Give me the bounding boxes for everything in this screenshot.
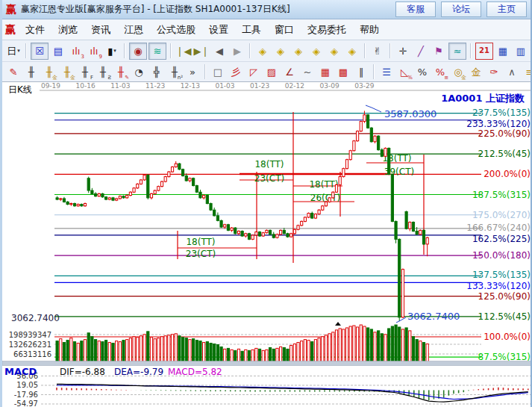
menu-item[interactable]: 文件 xyxy=(19,21,51,39)
menu-item[interactable]: 工具 xyxy=(235,21,268,39)
report-tool-icon[interactable]: ▥ xyxy=(513,43,529,59)
candle-brush-icon[interactable]: ✑ xyxy=(486,64,502,80)
window-title: 赢家江恩专业版[赢家服务平台] - [上证指数 SH1A0001-137日K线] xyxy=(21,3,290,16)
svg-text:02-12: 02-12 xyxy=(285,82,304,90)
period-label: 日K线 xyxy=(8,84,32,96)
gold-horizontals-icon[interactable]: ≡ xyxy=(522,64,532,80)
svg-text:-54.97: -54.97 xyxy=(14,400,38,407)
gann-diamond-expand-icon[interactable]: ◈ xyxy=(308,43,325,59)
kline-chart-canvas[interactable]: 09-1910-1611-0311-2312-1301-0301-2302-12… xyxy=(2,82,532,407)
gann-clock-icon[interactable]: ◔ xyxy=(131,64,147,80)
window-frame-tool-icon[interactable]: □ xyxy=(210,64,226,80)
gann-grid-brush-icon[interactable]: ╫✎ xyxy=(113,64,129,80)
svg-text:87.5%(315): 87.5%(315) xyxy=(478,352,531,362)
channel-tool-icon[interactable]: ∧ xyxy=(504,64,520,80)
svg-text:12-13: 12-13 xyxy=(181,82,200,90)
page-prev-icon[interactable]: ◀ xyxy=(211,43,228,59)
more-tools-icon[interactable]: » xyxy=(184,64,201,80)
gann-grid-coil-icon[interactable]: ╫Ƨ xyxy=(95,64,111,80)
gann-fan-box-icon[interactable]: ◸ xyxy=(245,64,262,80)
menu-item[interactable]: 窗口 xyxy=(268,21,301,39)
red-grid-axis-icon[interactable]: ▩ xyxy=(335,64,351,80)
gann-diamond-left-icon[interactable]: ◈ xyxy=(326,43,342,59)
menu-item[interactable]: 帮助 xyxy=(353,21,386,39)
gann-diamond-hmove-icon[interactable]: ◈ xyxy=(254,43,271,59)
bars-3-icon[interactable]: ılı3 xyxy=(68,43,84,59)
goto-last-icon[interactable]: ▶❘ xyxy=(193,43,210,59)
ruler-tool-icon[interactable]: ☰ xyxy=(378,64,395,80)
svg-text:-17.96: -17.96 xyxy=(14,391,38,399)
svg-text:3587.0300: 3587.0300 xyxy=(384,108,436,119)
svg-text:112.5%(45): 112.5%(45) xyxy=(478,311,531,322)
menu-item[interactable]: 浏览 xyxy=(51,21,84,39)
toolbar-separator xyxy=(389,43,391,58)
zigzag-tool-icon[interactable]: ~ xyxy=(299,64,316,80)
menu-logo-icon: 赢 xyxy=(5,23,16,37)
draw-brush-icon[interactable]: ✎ xyxy=(5,64,22,80)
toolbar-separator xyxy=(170,43,172,58)
hand-tool-icon[interactable]: ✌ xyxy=(369,43,386,59)
svg-text:237.5%(135): 237.5%(135) xyxy=(472,108,531,118)
gann-grid-dense-icon[interactable]: ╬ xyxy=(148,64,165,80)
parallel-lines-icon[interactable]: ∥ xyxy=(353,64,369,80)
bars-9-icon[interactable]: ılı9 xyxy=(86,43,102,59)
gann-wheel-icon[interactable]: ◉ xyxy=(129,43,147,60)
gold-lines-icon[interactable]: 金 xyxy=(468,64,484,80)
info-note-icon[interactable]: ▤ xyxy=(50,43,66,59)
gann-fan-icon[interactable]: 彡 xyxy=(228,64,244,80)
trendline-tool-icon[interactable]: ╱ xyxy=(413,43,429,59)
gann-grid-gold-b-icon[interactable]: ╫金 xyxy=(59,64,75,80)
titlebar-button-2[interactable]: 论坛 xyxy=(441,1,481,17)
svg-text:132626231: 132626231 xyxy=(9,341,51,349)
colored-kline-icon[interactable]: ≋ xyxy=(148,43,166,60)
menu-item[interactable]: 交易委托 xyxy=(301,21,353,39)
menu-item[interactable]: 资讯 xyxy=(84,21,117,39)
gann-grid-gold-a-icon[interactable]: ╫金 xyxy=(41,64,57,80)
macd-indicator-name[interactable]: MACD xyxy=(4,366,37,377)
percent-tool-icon[interactable]: % xyxy=(414,64,431,80)
svg-text:162.5%(225): 162.5%(225) xyxy=(472,234,531,244)
svg-text:166.67%(240): 166.67%(240) xyxy=(466,223,531,233)
gann-grid-n2-icon[interactable]: ╫n² xyxy=(166,64,183,80)
toolbar-separator xyxy=(25,43,27,58)
gann-diamond-vmove-icon[interactable]: ◈ xyxy=(272,43,289,59)
svg-text:187.5%(315): 187.5%(315) xyxy=(472,190,531,200)
gold-circle-icon[interactable]: ◎金 xyxy=(450,64,466,80)
svg-text:3062.7400: 3062.7400 xyxy=(407,311,460,322)
menu-item[interactable]: 公式选股 xyxy=(150,21,202,39)
red-grid-icon[interactable]: ▦ xyxy=(317,64,334,80)
gann-diamond-right-icon[interactable]: ◈ xyxy=(344,43,360,59)
gann-grid-icon[interactable]: ╫ xyxy=(23,64,40,80)
goto-first-icon[interactable]: ❘◀ xyxy=(175,43,192,59)
page-next-icon[interactable]: ▶ xyxy=(229,43,245,59)
svg-text:10-16: 10-16 xyxy=(76,82,96,90)
crosshair-tool-icon[interactable]: ✛ xyxy=(395,43,411,59)
menu-item[interactable]: 江恩 xyxy=(117,21,150,39)
toolbar-primary: 日▾☒▤ılı3ılı9▮▾◉≋❘◀▶❘◀▶◈◈◈◈◈◈✌✛╱⚑≈21▦▥▣◧# xyxy=(2,40,531,62)
calculator-tool-icon[interactable]: ▦ xyxy=(495,43,511,59)
menubar: 赢 文件浏览资讯江恩公式选股设置工具窗口交易委托帮助 xyxy=(2,19,531,40)
candle-style-icon[interactable]: ▮▾ xyxy=(104,43,120,59)
overlay-chart-icon[interactable]: ☒ xyxy=(31,43,48,60)
percent-lines-icon[interactable]: %≡ xyxy=(432,64,448,80)
calendar-tool-icon[interactable]: 21 xyxy=(475,43,493,60)
wave-band-tool-icon[interactable]: ≈ xyxy=(448,43,466,60)
angle-tool-icon[interactable]: ∠ xyxy=(281,64,298,80)
titlebar-button-1[interactable]: 客服 xyxy=(395,1,436,17)
svg-text:125.0%(90): 125.0%(90) xyxy=(478,291,531,302)
menu-item[interactable]: 设置 xyxy=(202,21,235,39)
hatch-box-icon[interactable]: ▨ xyxy=(263,64,280,80)
gann-diamond-zoom-icon[interactable]: ◈ xyxy=(290,43,307,59)
svg-text:18(TT): 18(TT) xyxy=(309,179,338,190)
gann-grid-f-icon[interactable]: ╫F xyxy=(77,64,93,80)
flag-tool-icon[interactable]: ⚑ xyxy=(431,43,447,59)
svg-text:18(TT): 18(TT) xyxy=(186,237,215,247)
titlebar-button-3[interactable]: 主页 xyxy=(486,1,527,17)
period-selector-icon[interactable]: 日▾ xyxy=(5,43,22,59)
toolbar-separator xyxy=(124,43,125,58)
svg-text:198939347: 198939347 xyxy=(9,331,51,339)
svg-text:133.33%(120): 133.33%(120) xyxy=(466,281,531,291)
price-axis-label: 3062.7400 xyxy=(11,313,60,323)
percent-triangle-icon[interactable]: ◺% xyxy=(396,64,413,80)
svg-text:01-23: 01-23 xyxy=(250,82,269,90)
